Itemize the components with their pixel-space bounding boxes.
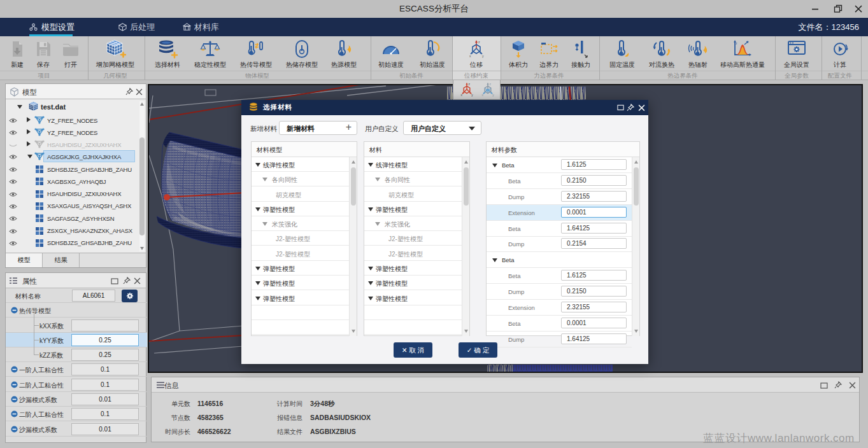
svg-text:z: z (736, 41, 737, 45)
svg-text:y: y (471, 94, 473, 97)
svg-text:y: y (492, 94, 494, 97)
svg-text:x: x (469, 54, 471, 58)
svg-text:z: z (468, 83, 470, 86)
svg-text:x: x (481, 94, 483, 97)
svg-text:z: z (478, 40, 480, 44)
svg-text:x: x (460, 94, 462, 97)
svg-text:z: z (489, 83, 491, 86)
svg-text:y: y (482, 54, 484, 58)
